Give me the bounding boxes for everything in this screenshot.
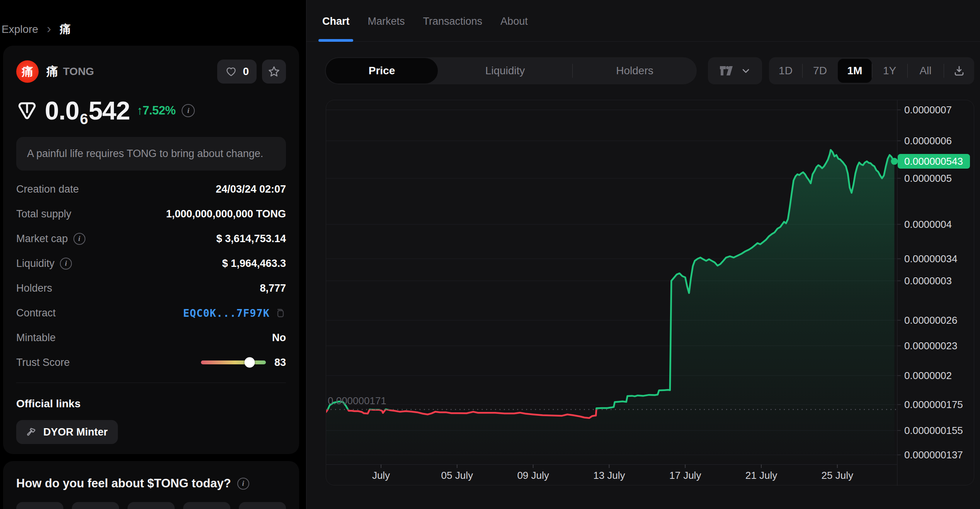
- download-icon: [953, 65, 965, 77]
- heart-icon: [225, 65, 237, 78]
- stat-row-contract: Contract EQC0K...7F97K: [16, 301, 286, 325]
- svg-text:09 July: 09 July: [517, 470, 549, 481]
- token-sidebar: Explore › 痛 痛 痛 TONG 0: [0, 0, 306, 509]
- svg-text:25 July: 25 July: [822, 470, 853, 481]
- official-links-title: Official links: [16, 398, 286, 410]
- range-7d[interactable]: 7D: [802, 57, 838, 84]
- tradingview-logo-icon: [720, 65, 735, 77]
- svg-text:0.0000002: 0.0000002: [904, 370, 952, 381]
- chevron-right-icon: ›: [47, 22, 51, 35]
- current-price-marker: 0.000000543: [891, 154, 970, 169]
- sentiment-option-button[interactable]: [239, 502, 286, 509]
- svg-text:0.0000006: 0.0000006: [904, 135, 952, 147]
- svg-text:05 July: 05 July: [441, 470, 473, 481]
- watchlist-star-button[interactable]: [262, 60, 286, 84]
- trust-score-slider[interactable]: [201, 360, 266, 364]
- range-1d[interactable]: 1D: [769, 57, 802, 84]
- stat-row-creation-date: Creation date 24/03/24 02:07: [16, 177, 286, 202]
- stat-row-market-cap: Market cap $ 3,614,753.14: [16, 226, 286, 251]
- breadcrumb-current: 痛: [60, 22, 71, 37]
- official-link-dyor-minter[interactable]: DYOR Minter: [16, 420, 118, 444]
- copy-icon[interactable]: [274, 307, 286, 319]
- price-chart-svg: 0.000000171 0.00000070.00000060.00000050…: [326, 100, 975, 486]
- price-change-badge: ↑7.52%: [137, 104, 175, 118]
- range-selector: 1D 7D 1M 1Y All: [769, 57, 974, 84]
- svg-text:0.0000003: 0.0000003: [904, 275, 952, 287]
- svg-text:July: July: [372, 470, 390, 481]
- download-chart-button[interactable]: [944, 57, 974, 84]
- chart-panel: Chart Markets Transactions About Price L…: [306, 0, 980, 509]
- sentiment-option-button[interactable]: [128, 502, 175, 509]
- tab-markets[interactable]: Markets: [368, 2, 405, 42]
- svg-text:0.00000026: 0.00000026: [904, 314, 957, 326]
- price-series: [326, 150, 894, 465]
- token-avatar: 痛: [16, 60, 39, 83]
- sentiment-option-button[interactable]: [16, 502, 63, 509]
- tab-chart[interactable]: Chart: [322, 2, 350, 42]
- chart-controls: Price Liquidity Holders 1D 7D 1M 1Y All: [306, 57, 980, 84]
- svg-text:0.0000005: 0.0000005: [904, 173, 952, 184]
- range-1y[interactable]: 1Y: [872, 57, 907, 84]
- tab-about[interactable]: About: [500, 2, 528, 42]
- up-arrow-icon: ↑: [137, 104, 143, 117]
- minter-hammer-icon: [26, 426, 38, 438]
- tab-transactions[interactable]: Transactions: [423, 2, 483, 42]
- svg-text:0.000000155: 0.000000155: [904, 425, 963, 436]
- metric-option-liquidity[interactable]: Liquidity: [438, 57, 572, 84]
- main-tabs: Chart Markets Transactions About: [306, 2, 980, 42]
- trust-score-knob[interactable]: [244, 357, 255, 368]
- svg-text:13 July: 13 July: [593, 470, 625, 481]
- stat-row-holders: Holders 8,777: [16, 276, 286, 301]
- sentiment-option-button[interactable]: [72, 502, 119, 509]
- metric-option-price[interactable]: Price: [326, 58, 438, 84]
- metric-option-holders[interactable]: Holders: [573, 57, 697, 84]
- x-axis-labels[interactable]: July05 July09 July13 July17 July21 July2…: [372, 465, 853, 481]
- svg-text:0.000000137: 0.000000137: [904, 449, 963, 461]
- price-info-icon[interactable]: [182, 104, 195, 117]
- stat-row-trust-score: Trust Score 83: [16, 350, 286, 375]
- stat-row-mintable: Mintable No: [16, 325, 286, 350]
- svg-text:0.00000023: 0.00000023: [904, 340, 957, 352]
- breadcrumb: Explore › 痛: [2, 22, 71, 37]
- sentiment-info-icon[interactable]: [237, 478, 249, 490]
- range-1m[interactable]: 1M: [838, 59, 872, 83]
- tradingview-dropdown-button[interactable]: [708, 57, 762, 84]
- metric-segmented-control: Price Liquidity Holders: [325, 57, 697, 84]
- stat-row-liquidity: Liquidity $ 1,964,463.3: [16, 251, 286, 276]
- token-description: A painful life requires TONG to bring ab…: [16, 137, 286, 171]
- sentiment-option-button[interactable]: [183, 502, 230, 509]
- range-all[interactable]: All: [907, 57, 944, 84]
- baseline-label: 0.000000171: [328, 395, 386, 407]
- price-row: 0.06542 ↑7.52%: [16, 96, 286, 125]
- token-ticker: TONG: [63, 65, 94, 78]
- contract-address-link[interactable]: EQC0K...7F97K: [183, 307, 270, 319]
- favorite-count: 0: [243, 65, 249, 78]
- sentiment-card: How do you feel about $TONG today?: [3, 461, 299, 509]
- liquidity-info-icon[interactable]: [60, 258, 72, 270]
- star-icon: [267, 65, 281, 78]
- chevron-down-icon: [741, 66, 750, 75]
- trust-score-value: 83: [274, 357, 286, 369]
- price-chart[interactable]: 0.000000171 0.00000070.00000060.00000050…: [326, 100, 974, 485]
- svg-text:0.00000034: 0.00000034: [904, 253, 957, 265]
- svg-text:0.0000007: 0.0000007: [904, 104, 952, 116]
- stat-row-total-supply: Total supply 1,000,000,000,000 TONG: [16, 202, 286, 226]
- sentiment-question: How do you feel about $TONG today?: [16, 477, 231, 490]
- svg-text:0.000000175: 0.000000175: [904, 399, 963, 410]
- token-stats: Creation date 24/03/24 02:07 Total suppl…: [16, 177, 286, 375]
- favorite-button[interactable]: 0: [217, 60, 257, 84]
- current-price-label: 0.000000543: [904, 155, 963, 167]
- token-name: 痛: [46, 63, 58, 80]
- price-zeros-subscript: 6: [80, 111, 88, 128]
- svg-text:17 July: 17 July: [669, 470, 701, 481]
- ton-logo-icon: [16, 100, 38, 121]
- svg-text:21 July: 21 July: [745, 470, 777, 481]
- breadcrumb-explore-link[interactable]: Explore: [2, 23, 38, 36]
- market-cap-info-icon[interactable]: [73, 233, 85, 245]
- token-price: 0.06542: [45, 96, 130, 125]
- sentiment-options: [16, 502, 286, 509]
- svg-text:0.0000004: 0.0000004: [904, 219, 952, 230]
- token-info-card: 痛 痛 TONG 0: [3, 46, 299, 454]
- card-divider: [16, 383, 286, 383]
